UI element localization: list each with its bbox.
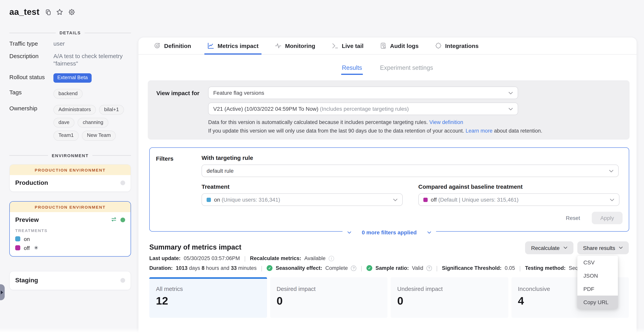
production-environment-banner: PRODUCTION ENVIRONMENT	[10, 202, 130, 212]
details-heading: DETAILS	[60, 30, 81, 35]
owner-chip[interactable]: dave	[54, 118, 74, 128]
treatment-select[interactable]: on (Unique users: 316,341)	[202, 194, 403, 206]
targeting-rule-select[interactable]: default rule	[202, 164, 619, 177]
chevron-down-icon	[619, 246, 623, 249]
app-root: aa_test	[0, 0, 644, 333]
filters-label: Filters	[156, 154, 202, 224]
summary-heading: Summary of metrics impact	[149, 241, 241, 252]
owner-chip[interactable]: New Team	[82, 131, 116, 141]
copy-icon[interactable]	[44, 9, 51, 16]
chevron-down-icon	[609, 168, 614, 174]
owner-chip[interactable]: channing	[78, 118, 108, 128]
version-note: (Includes percentage targeting rules)	[320, 106, 409, 112]
share-results-button[interactable]: Share results	[577, 241, 629, 254]
metric-card-desired-impact[interactable]: Desired impact 0	[270, 277, 388, 318]
treatment-off-swatch	[423, 198, 428, 202]
version-select[interactable]: V21 (Active) (10/03/2022 04:59PM To Now)…	[208, 102, 518, 115]
chevron-down-icon	[508, 90, 513, 96]
production-environment-banner: PRODUCTION ENVIRONMENT	[10, 164, 130, 175]
tab-label: Definition	[164, 42, 191, 49]
learn-more-link[interactable]: Learn more	[466, 128, 492, 134]
environment-section-header: ENVIRONMENT	[9, 153, 131, 158]
seasonality-value: Complete	[325, 265, 348, 271]
puzzle-icon	[435, 42, 442, 49]
owner-chip[interactable]: bilal+1	[99, 105, 124, 115]
view-definition-link[interactable]: View definition	[430, 119, 463, 125]
treatment-off-row: off ✳	[15, 245, 125, 251]
environment-card-preview[interactable]: PRODUCTION ENVIRONMENT Preview TREATMENT…	[9, 201, 131, 256]
metric-card-undesired-impact[interactable]: Undesired impact 0	[390, 277, 508, 318]
status-dot-green	[120, 218, 125, 222]
reset-button[interactable]: Reset	[566, 215, 580, 221]
significance-threshold-value: 0.05	[505, 265, 515, 271]
ownership-row: Ownership Administrators bilal+1 dave ch…	[9, 105, 131, 141]
more-filters-toggle[interactable]: 0 more filters applied	[342, 229, 436, 236]
metric-card-value: 0	[276, 295, 381, 307]
tab-bar: Definition Metrics impact Monitoring	[138, 38, 636, 54]
environment-name: Preview	[15, 216, 39, 223]
testing-method-value: Seq	[569, 265, 578, 271]
description-row: Description A/A test to check telemetry …	[9, 53, 131, 67]
info-icon[interactable]: i	[329, 256, 334, 261]
sidebar: aa_test	[9, 7, 131, 290]
environment-card-production[interactable]: PRODUCTION ENVIRONMENT Production	[9, 164, 131, 192]
apply-button[interactable]: Apply	[592, 212, 622, 224]
swap-arrows-icon	[111, 216, 117, 223]
metric-card-label: Undesired impact	[397, 286, 502, 292]
sidebar-expand-button[interactable]	[0, 284, 5, 300]
treatments-label: TREATMENTS	[15, 228, 125, 232]
tab-monitoring[interactable]: Monitoring	[274, 38, 316, 54]
testing-method-label: Testing method:	[525, 265, 566, 271]
tab-integrations[interactable]: Integrations	[434, 38, 480, 54]
gear-icon[interactable]	[68, 8, 75, 16]
tag-chip[interactable]: backend	[54, 89, 83, 99]
view-impact-panel: View impact for Feature flag versions V2…	[148, 80, 630, 140]
environment-name: Staging	[15, 277, 38, 284]
baseline-select[interactable]: off (Default | Unique users: 315,461)	[418, 194, 620, 206]
tab-audit-logs[interactable]: Audit logs	[379, 38, 420, 54]
treatment-on-row: on	[15, 236, 125, 242]
tab-definition[interactable]: Definition	[153, 38, 192, 54]
status-dot-gray	[120, 278, 125, 282]
metric-card-value: 12	[156, 295, 260, 307]
menu-item-csv[interactable]: CSV	[577, 256, 618, 269]
subtab-experiment-settings[interactable]: Experiment settings	[380, 64, 433, 71]
recalculate-button[interactable]: Recalculate	[525, 241, 573, 254]
subtab-results[interactable]: Results	[342, 64, 362, 71]
pulse-icon	[275, 42, 282, 49]
subtab-bar: Results Experiment settings	[138, 64, 636, 71]
traffic-type-label: Traffic type	[9, 40, 54, 48]
rollout-status-row: Rollout status External Beta	[9, 74, 131, 83]
traffic-type-row: Traffic type user	[9, 40, 131, 48]
ownership-label: Ownership	[9, 105, 54, 141]
favorite-star-icon[interactable]	[56, 8, 63, 16]
treatment-select-value: on	[214, 196, 220, 203]
chevron-down-icon	[563, 246, 568, 249]
impact-type-value: Feature flag versions	[213, 90, 508, 96]
menu-item-copy-url[interactable]: Copy URL	[577, 296, 618, 309]
bottom-scroll-fade	[0, 328, 644, 333]
help-icon[interactable]: ?	[351, 265, 356, 271]
tab-live-tail[interactable]: Live tail	[331, 38, 364, 54]
impact-type-select[interactable]: Feature flag versions	[208, 86, 518, 99]
metric-summary-cards: All metrics 12 Desired impact 0 Undesire…	[149, 277, 629, 318]
treatment-off-swatch	[15, 245, 20, 250]
menu-item-pdf[interactable]: PDF	[577, 282, 618, 296]
tags-label: Tags	[9, 89, 54, 99]
tab-metrics-impact[interactable]: Metrics impact	[206, 38, 259, 54]
audit-log-icon	[380, 42, 386, 49]
treatment-off-name: off	[24, 245, 30, 251]
main-content: Definition Metrics impact Monitoring	[138, 37, 637, 333]
check-circle-icon: ✓	[366, 265, 372, 271]
chevron-down-icon	[427, 231, 432, 234]
menu-item-json[interactable]: JSON	[577, 269, 618, 282]
owner-chip[interactable]: Administrators	[54, 105, 96, 115]
status-row-1: Last update: 05/30/2025 03:57:06PM | Rec…	[149, 255, 629, 262]
tags-row: Tags backend	[9, 89, 131, 99]
treatment-filter-label: Treatment	[202, 183, 403, 190]
owner-chip[interactable]: Team1	[54, 131, 79, 141]
environment-card-staging[interactable]: Staging	[9, 271, 131, 290]
help-icon[interactable]: ?	[426, 265, 432, 271]
terminal-icon	[332, 42, 338, 49]
metric-card-all-metrics[interactable]: All metrics 12	[149, 277, 267, 318]
